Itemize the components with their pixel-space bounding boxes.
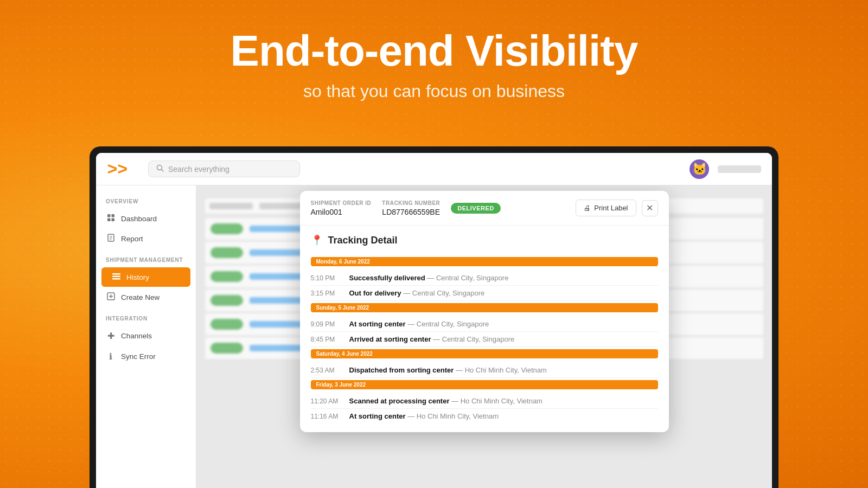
app-logo: >> xyxy=(107,159,139,179)
svg-rect-3 xyxy=(111,214,114,217)
timeline-event: 11:16 AM At sorting center — Ho Chi Minh… xyxy=(311,409,658,423)
timeline-event: 8:45 PM Arrived at sorting center — Cent… xyxy=(311,332,658,347)
search-bar[interactable]: Search everything xyxy=(148,160,300,177)
top-bar: >> Search everything 🐱 xyxy=(96,153,772,185)
modal-overlay: SHIPMENT ORDER ID Amilo001 TRACKING NUMB… xyxy=(196,185,772,488)
timeline: Monday, 6 June 2022 5:10 PM Successfully… xyxy=(311,255,658,423)
channels-label: Channels xyxy=(121,332,152,340)
report-icon xyxy=(106,234,116,243)
date-badge-friday: Friday, 3 June 2022 xyxy=(311,380,658,389)
close-modal-button[interactable]: ✕ xyxy=(642,200,658,216)
search-placeholder: Search everything xyxy=(168,165,229,174)
event-description: At sorting center — Ho Chi Minh City, Vi… xyxy=(349,412,658,420)
history-icon xyxy=(111,272,121,282)
svg-rect-10 xyxy=(112,273,120,275)
main-content: Overview Dashboard xyxy=(96,185,772,488)
event-description: Arrived at sorting center — Central City… xyxy=(349,335,658,343)
svg-rect-5 xyxy=(111,219,114,222)
shipment-order-value: Amilo001 xyxy=(311,208,372,216)
modal-header: SHIPMENT ORDER ID Amilo001 TRACKING NUMB… xyxy=(300,191,669,226)
sidebar-item-dashboard[interactable]: Dashboard xyxy=(96,209,196,228)
event-time: 2:53 AM xyxy=(311,366,341,374)
svg-rect-12 xyxy=(112,278,120,280)
svg-rect-4 xyxy=(107,219,111,222)
sync-error-label: Sync Error xyxy=(121,352,156,361)
tracking-number-field: TRACKING NUMBER LD877666559BE xyxy=(382,200,440,216)
history-label: History xyxy=(126,273,149,281)
event-time: 3:15 PM xyxy=(311,289,341,297)
tracking-number-label: TRACKING NUMBER xyxy=(382,200,440,206)
timeline-event: 3:15 PM Out for delivery — Central City,… xyxy=(311,286,658,301)
sync-error-icon: ℹ xyxy=(106,351,116,362)
sidebar-item-create-new[interactable]: Create New xyxy=(96,287,196,307)
create-new-icon xyxy=(106,292,116,302)
shipment-section-label: Shipment Management xyxy=(96,257,196,263)
app-window: >> Search everything 🐱 Overvi xyxy=(96,153,772,488)
channels-icon: ✚ xyxy=(106,331,116,341)
create-new-label: Create New xyxy=(121,293,159,301)
dashboard-label: Dashboard xyxy=(121,215,157,223)
hero-subtitle: so that you can focus on business xyxy=(0,81,868,101)
content-area: SHIPMENT ORDER ID Amilo001 TRACKING NUMB… xyxy=(196,185,772,488)
event-time: 9:09 PM xyxy=(311,320,341,328)
svg-rect-2 xyxy=(107,214,111,217)
modal-header-actions: 🖨 Print Label ✕ xyxy=(576,200,658,216)
event-time: 5:10 PM xyxy=(311,274,341,282)
date-badge-sunday: Sunday, 5 June 2022 xyxy=(311,303,658,312)
dashboard-icon xyxy=(106,214,116,223)
hero-title: End-to-end Visibility xyxy=(0,27,868,75)
event-description: Scanned at processing center — Ho Chi Mi… xyxy=(349,397,658,405)
user-avatar: 🐱 xyxy=(690,159,709,179)
event-description: Out for delivery — Central City, Singapo… xyxy=(349,289,658,297)
event-time: 11:16 AM xyxy=(311,412,341,420)
timeline-event: 11:20 AM Scanned at processing center — … xyxy=(311,394,658,409)
event-description: At sorting center — Central City, Singap… xyxy=(349,320,658,328)
location-pin-icon: 📍 xyxy=(311,234,323,246)
overview-section-label: Overview xyxy=(96,198,196,204)
sidebar: Overview Dashboard xyxy=(96,185,196,488)
event-time: 11:20 AM xyxy=(311,397,341,405)
status-badge: DELIVERED xyxy=(451,203,500,214)
integration-section-label: Integration xyxy=(96,316,196,322)
laptop-frame: >> Search everything 🐱 Overvi xyxy=(90,146,778,488)
tracking-title-row: 📍 Tracking Detail xyxy=(311,234,658,246)
sidebar-item-report[interactable]: Report xyxy=(96,229,196,248)
print-icon: 🖨 xyxy=(584,204,591,212)
sidebar-item-history[interactable]: History xyxy=(101,267,190,287)
event-time: 8:45 PM xyxy=(311,335,341,343)
search-icon xyxy=(156,164,164,174)
shipment-order-label: SHIPMENT ORDER ID xyxy=(311,200,372,206)
timeline-event: 5:10 PM Successfully delivered — Central… xyxy=(311,271,658,286)
event-description: Dispatched from sorting center — Ho Chi … xyxy=(349,366,658,374)
svg-rect-11 xyxy=(112,276,120,278)
date-badge-monday: Monday, 6 June 2022 xyxy=(311,257,658,266)
shipment-order-field: SHIPMENT ORDER ID Amilo001 xyxy=(311,200,372,216)
close-icon: ✕ xyxy=(646,203,653,213)
print-label-button[interactable]: 🖨 Print Label xyxy=(576,200,636,216)
user-name xyxy=(718,165,761,173)
sidebar-item-channels[interactable]: ✚ Channels xyxy=(96,326,196,346)
svg-line-1 xyxy=(162,170,164,172)
report-label: Report xyxy=(121,235,143,243)
event-description: Successfully delivered — Central City, S… xyxy=(349,274,658,282)
tracking-modal: SHIPMENT ORDER ID Amilo001 TRACKING NUMB… xyxy=(300,191,669,432)
tracking-detail-title: Tracking Detail xyxy=(328,235,398,246)
tracking-number-value: LD877666559BE xyxy=(382,208,440,216)
sidebar-item-sync-error[interactable]: ℹ Sync Error xyxy=(96,346,196,367)
timeline-event: 2:53 AM Dispatched from sorting center —… xyxy=(311,363,658,378)
modal-body: 📍 Tracking Detail Monday, 6 June 2022 5:… xyxy=(300,226,669,432)
hero-section: End-to-end Visibility so that you can fo… xyxy=(0,27,868,101)
date-badge-saturday: Saturday, 4 June 2022 xyxy=(311,349,658,358)
timeline-event: 9:09 PM At sorting center — Central City… xyxy=(311,317,658,332)
